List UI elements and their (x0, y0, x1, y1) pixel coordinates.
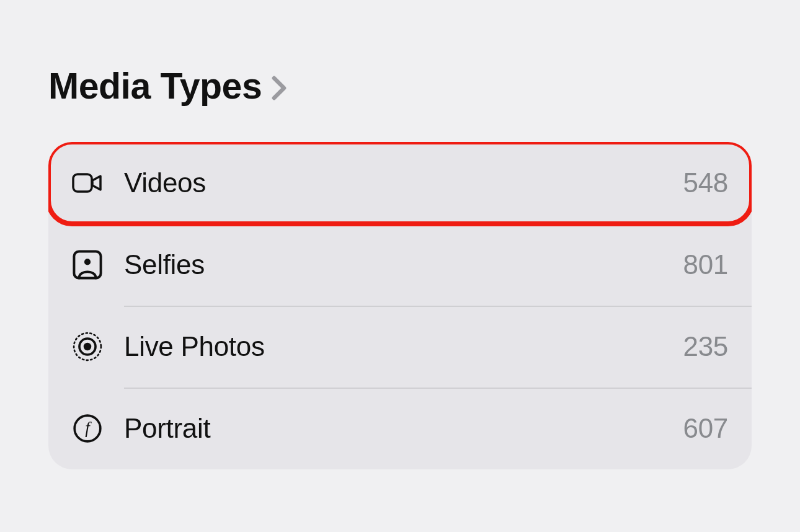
media-type-label: Videos (124, 167, 683, 198)
svg-text:f: f (85, 419, 92, 437)
media-type-count: 801 (683, 249, 728, 280)
media-type-label: Selfies (124, 249, 683, 280)
section-title: Media Types (48, 65, 262, 107)
media-type-label: Live Photos (124, 331, 683, 362)
media-type-count: 607 (683, 413, 728, 444)
media-type-label: Portrait (124, 413, 683, 444)
media-types-section: Media Types Videos 548 (0, 0, 800, 469)
media-type-count: 548 (683, 167, 728, 198)
media-type-count: 235 (683, 331, 728, 362)
media-types-header[interactable]: Media Types (48, 65, 752, 107)
svg-point-2 (84, 259, 91, 265)
portrait-icon: f (72, 413, 124, 444)
media-type-row-live-photos[interactable]: Live Photos 235 (48, 306, 752, 388)
live-photo-icon (72, 331, 124, 362)
media-type-row-portrait[interactable]: f Portrait 607 (48, 388, 752, 469)
svg-point-3 (84, 343, 92, 351)
chevron-right-icon (270, 70, 288, 103)
media-type-row-videos[interactable]: Videos 548 (48, 142, 752, 224)
selfie-icon (72, 249, 124, 280)
media-types-list: Videos 548 Selfies 801 (48, 142, 752, 469)
svg-rect-0 (73, 174, 92, 192)
media-type-row-selfies[interactable]: Selfies 801 (48, 224, 752, 306)
video-icon (72, 167, 124, 198)
